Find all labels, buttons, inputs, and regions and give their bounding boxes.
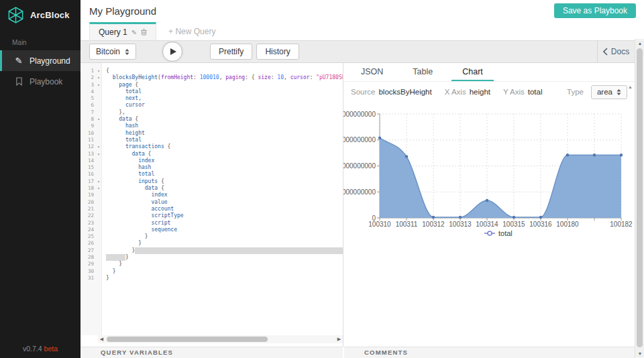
chart-type-value: area [597,88,612,96]
code-text: index [103,158,343,164]
editor-line[interactable]: 9 hash [80,123,343,129]
scroll-left-arrow-icon[interactable]: ◀ [98,337,105,342]
editor-line[interactable]: 14 index [80,158,343,164]
query-tab-label: Query 1 [99,27,127,37]
line-number: 27 [80,247,94,254]
comments-bar[interactable]: COMMENTS [344,347,635,358]
fold-arrow-icon[interactable]: ▾ [94,151,103,158]
editor-line[interactable]: 31} [80,275,343,282]
history-button[interactable]: History [256,44,299,60]
code-text: scriptType [103,213,343,219]
scroll-down-arrow-icon[interactable]: ▼ [635,351,644,356]
code-text: sequence [103,227,343,233]
source-value[interactable]: blocksByHeight [378,88,431,96]
editor-line[interactable]: 5 next, [80,95,343,102]
legend-dot-icon [488,231,492,235]
editor-line[interactable]: 28 } [80,254,343,261]
fold-gutter [94,254,103,261]
tab-chart[interactable]: Chart [451,63,494,81]
editor-line[interactable]: 10 height [80,130,343,137]
fold-arrow-icon[interactable]: ▾ [94,143,103,150]
editor-line[interactable]: 2▾ blocksByHeight(fromHeight: 100010, pa… [80,74,343,81]
tab-table[interactable]: Table [402,63,443,81]
editor-line[interactable]: 12▾ transactions { [80,143,343,150]
fold-arrow-icon[interactable]: ▾ [94,82,103,88]
editor-line[interactable]: 16 total [80,171,343,178]
chart-type-select[interactable]: area [591,85,627,99]
chart-area: 1003101003111003121003131003141003151003… [343,102,635,347]
editor-line[interactable]: 22 scriptType [80,213,343,219]
brand-logo[interactable]: ArcBlock [0,0,80,29]
rename-query-icon[interactable]: ✎ [131,29,137,36]
editor-line[interactable]: 4 total [80,88,343,95]
window-scrollbar[interactable]: ▲ ▼ [635,39,644,358]
scroll-right-arrow-icon[interactable]: ▶ [335,337,343,342]
editor-line[interactable]: 20 value [80,199,343,206]
line-number: 2 [80,74,94,81]
editor-line[interactable]: 27 } [80,247,343,254]
editor-horizontal-scrollbar[interactable]: ◀ ▶ [98,335,343,343]
pencil-icon: ✎ [13,56,24,65]
editor-line[interactable]: 3▾ page { [80,82,343,88]
scrollbar-track[interactable] [105,337,335,342]
version-label: v0.7.4beta [0,345,80,353]
fold-arrow-icon[interactable]: ▾ [94,116,103,123]
editor-line[interactable]: 26 } [80,240,343,247]
editor-line[interactable]: 29 } [80,261,343,267]
editor-line[interactable]: 15 hash [80,164,343,171]
editor-line[interactable]: 23 script [80,220,343,227]
editor-line[interactable]: 7 }, [80,109,343,116]
code-text: total [103,88,343,95]
docs-button[interactable]: Docs [597,41,635,62]
datasource-value: Bitcoin [96,47,120,56]
new-query-button[interactable]: + New Query [168,22,215,40]
brand-name: ArcBlock [30,10,70,20]
fold-arrow-icon[interactable]: ▾ [94,74,103,81]
sidebar-item-playbook[interactable]: Playbook [0,71,80,92]
datasource-select[interactable]: Bitcoin [89,44,136,60]
fold-gutter [94,171,103,178]
editor-line[interactable]: 21 account [80,206,343,213]
fold-arrow-icon[interactable]: ▾ [94,178,103,185]
panel-scroll-up-icon[interactable]: ▲ [628,84,633,89]
page-title: My Playground [89,5,156,17]
line-number: 28 [80,254,94,261]
x-axis-value[interactable]: height [470,88,490,96]
chevron-left-icon [603,48,608,56]
query-variables-bar[interactable]: QUERY VARIABLES [80,347,343,358]
sidebar-item-playground[interactable]: ✎ Playground [0,50,80,71]
editor-line[interactable]: 19 index [80,192,343,198]
y-axis-label: Y Axis [503,88,525,96]
editor-line[interactable]: 13▾ data { [80,151,343,158]
query-tab[interactable]: Query 1 ✎ [89,22,156,40]
tab-json[interactable]: JSON [350,63,394,81]
line-number: 8 [80,116,94,123]
line-number: 23 [80,220,94,227]
run-query-button[interactable] [162,42,182,62]
fold-arrow-icon[interactable]: ▾ [94,185,103,192]
editor-line[interactable]: 18▾ data { [80,185,343,192]
editor-line[interactable]: 17▾ inputs { [80,178,343,185]
delete-query-icon[interactable] [141,29,147,36]
scrollbar-thumb[interactable] [107,337,268,342]
y-axis-value[interactable]: total [528,88,543,96]
scrollbar-thumb[interactable] [637,48,643,347]
editor-line[interactable]: 11 total [80,137,343,143]
x-axis-tick-label: 100316 [529,221,552,228]
save-as-playbook-button[interactable]: Save as Playbook [554,3,636,18]
editor-line[interactable]: 8▾ data { [80,116,343,123]
prettify-button[interactable]: Prettify [210,44,252,60]
fold-gutter [94,137,103,143]
fold-gutter [94,206,103,213]
editor-line[interactable]: 24 sequence [80,227,343,233]
query-editor[interactable]: 1▾{2▾ blocksByHeight(fromHeight: 100010,… [80,63,343,347]
line-number: 12 [80,143,94,150]
editor-line[interactable]: 30 } [80,268,343,275]
editor-line[interactable]: 25 } [80,233,343,240]
fold-gutter [94,102,103,109]
fold-arrow-icon[interactable]: ▾ [94,68,103,74]
scroll-up-arrow-icon[interactable]: ▲ [635,41,644,46]
editor-line[interactable]: 6 cursor [80,102,343,109]
editor-line[interactable]: 1▾{ [80,68,343,74]
line-number: 21 [80,206,94,213]
